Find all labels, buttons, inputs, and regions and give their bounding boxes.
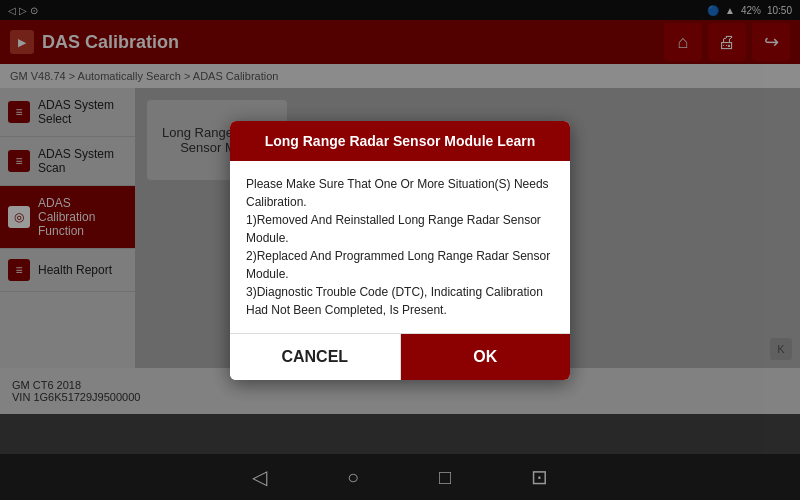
- dialog-footer: CANCEL OK: [230, 333, 570, 380]
- dialog-header: Long Range Radar Sensor Module Learn: [230, 121, 570, 161]
- ok-label: OK: [473, 348, 497, 365]
- dialog-title: Long Range Radar Sensor Module Learn: [265, 133, 536, 149]
- dialog-body-text: Please Make Sure That One Or More Situat…: [246, 177, 550, 317]
- cancel-label: CANCEL: [281, 348, 348, 365]
- ok-button[interactable]: OK: [401, 334, 571, 380]
- dialog: Long Range Radar Sensor Module Learn Ple…: [230, 121, 570, 380]
- cancel-button[interactable]: CANCEL: [230, 334, 401, 380]
- dialog-overlay: Long Range Radar Sensor Module Learn Ple…: [0, 0, 800, 500]
- dialog-body: Please Make Sure That One Or More Situat…: [230, 161, 570, 333]
